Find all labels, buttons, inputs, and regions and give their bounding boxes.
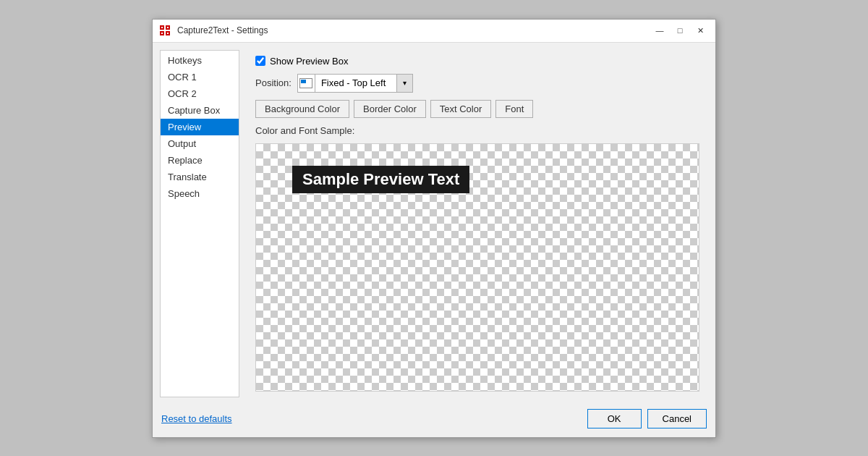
sidebar-item-replace[interactable]: Replace <box>161 152 239 169</box>
show-preview-checkbox[interactable] <box>255 56 265 66</box>
position-dropdown-text: Fixed - Top Left <box>315 77 396 88</box>
close-button[interactable]: ✕ <box>691 22 710 38</box>
svg-rect-7 <box>167 33 169 34</box>
show-preview-row: Show Preview Box <box>255 56 699 67</box>
window-controls: — □ ✕ <box>650 22 710 38</box>
content-panel: Show Preview Box Position: Fixed - Top L… <box>247 50 708 397</box>
position-label: Position: <box>255 77 292 88</box>
sidebar-item-ocr1[interactable]: OCR 1 <box>161 69 239 85</box>
window-title: Capture2Text - Settings <box>177 25 650 35</box>
color-buttons-row: Background Color Border Color Text Color… <box>255 100 699 118</box>
sidebar-item-preview[interactable]: Preview <box>161 119 239 135</box>
position-indicator <box>301 80 306 83</box>
color-font-sample-label: Color and Font Sample: <box>255 125 699 136</box>
svg-rect-5 <box>167 27 169 28</box>
show-preview-text: Show Preview Box <box>270 56 348 67</box>
svg-rect-4 <box>161 27 163 28</box>
sidebar-item-hotkeys[interactable]: Hotkeys <box>161 52 239 69</box>
sample-preview-text: Sample Preview Text <box>292 166 469 193</box>
cancel-button[interactable]: Cancel <box>647 409 707 428</box>
position-preview-icon <box>299 78 312 88</box>
font-button[interactable]: Font <box>495 100 533 118</box>
sidebar-item-output[interactable]: Output <box>161 135 239 152</box>
ok-cancel-row: OK Cancel <box>587 409 707 428</box>
svg-rect-6 <box>161 33 163 34</box>
main-content: Hotkeys OCR 1 OCR 2 Capture Box Preview … <box>153 43 715 405</box>
settings-window: Capture2Text - Settings — □ ✕ Hotkeys OC… <box>152 19 716 438</box>
minimize-button[interactable]: — <box>650 22 669 38</box>
ok-button[interactable]: OK <box>587 409 642 428</box>
background-color-button[interactable]: Background Color <box>255 100 349 118</box>
position-preview-box <box>298 75 315 92</box>
sidebar-item-speech[interactable]: Speech <box>161 185 239 202</box>
position-dropdown[interactable]: Fixed - Top Left ▾ <box>297 74 413 93</box>
dropdown-arrow-icon: ▾ <box>396 75 412 92</box>
titlebar: Capture2Text - Settings — □ ✕ <box>153 20 715 43</box>
maximize-button[interactable]: □ <box>671 22 689 38</box>
sidebar-item-capturebox[interactable]: Capture Box <box>161 102 239 119</box>
checker-preview: Sample Preview Text <box>255 143 699 392</box>
border-color-button[interactable]: Border Color <box>354 100 426 118</box>
position-row: Position: Fixed - Top Left ▾ <box>255 74 699 93</box>
sidebar-item-ocr2[interactable]: OCR 2 <box>161 85 239 102</box>
app-icon <box>158 24 171 37</box>
window-body: Hotkeys OCR 1 OCR 2 Capture Box Preview … <box>153 43 715 437</box>
show-preview-label[interactable]: Show Preview Box <box>255 56 348 67</box>
footer-row: Reset to defaults OK Cancel <box>153 405 715 437</box>
sidebar-item-translate[interactable]: Translate <box>161 169 239 185</box>
sidebar: Hotkeys OCR 1 OCR 2 Capture Box Preview … <box>160 50 239 397</box>
text-color-button[interactable]: Text Color <box>430 100 492 118</box>
reset-defaults-link[interactable]: Reset to defaults <box>161 413 232 424</box>
